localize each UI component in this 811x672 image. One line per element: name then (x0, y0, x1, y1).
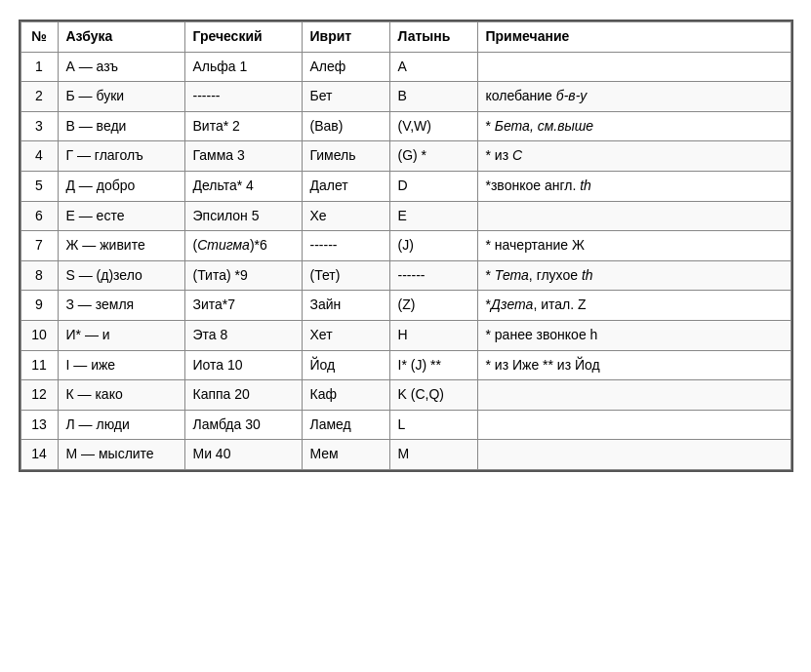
table-row: 12К — какоКаппа 20КафK (C,Q) (20, 380, 791, 411)
cell-azbuka: З — земля (58, 291, 184, 321)
cell-latin: H (389, 320, 477, 350)
cell-note (477, 52, 791, 82)
cell-note (477, 201, 791, 231)
cell-azbuka: Б — буки (58, 82, 184, 112)
cell-latin: L (389, 410, 477, 440)
cell-greek: Альфа 1 (184, 52, 302, 82)
cell-note (477, 410, 791, 440)
col-header-num: № (20, 22, 58, 53)
cell-num: 6 (20, 201, 58, 231)
cell-hebrew: Мем (302, 440, 389, 470)
cell-hebrew: Ламед (302, 410, 389, 440)
table-row: 6Е — естеЭпсилон 5ХеE (20, 201, 791, 231)
cell-azbuka: В — веди (58, 111, 184, 141)
col-header-latin: Латынь (389, 22, 477, 53)
cell-note: * из Иже ** из Йод (477, 350, 791, 380)
table-row: 4Г — глаголъГамма 3Гимель(G) ** из С (20, 141, 791, 172)
table-header-row: № Азбука Греческий Иврит Латынь Примечан… (20, 22, 791, 53)
cell-azbuka: М — мыслите (58, 440, 184, 470)
cell-greek: (Стигма)*6 (184, 231, 302, 261)
col-header-azbuka: Азбука (58, 22, 184, 53)
cell-latin: K (C,Q) (389, 380, 477, 411)
cell-num: 7 (20, 231, 58, 261)
cell-num: 8 (20, 260, 58, 291)
cell-latin: (J) (389, 231, 477, 261)
cell-greek: ------ (184, 82, 302, 112)
cell-hebrew: (Тет) (302, 260, 389, 291)
cell-azbuka: Л — люди (58, 410, 184, 440)
cell-greek: Дельта* 4 (184, 171, 302, 201)
cell-num: 11 (20, 350, 58, 380)
cell-hebrew: ------ (302, 231, 389, 261)
table-row: 8S — (д)зело(Тита) *9(Тет)------* Тета, … (20, 260, 791, 291)
cell-num: 4 (20, 141, 58, 172)
cell-num: 2 (20, 82, 58, 112)
cell-azbuka: I — иже (58, 350, 184, 380)
cell-latin: E (389, 201, 477, 231)
cell-latin: A (389, 52, 477, 82)
cell-latin: I* (J) ** (389, 350, 477, 380)
cell-hebrew: Каф (302, 380, 389, 411)
cell-greek: Зита*7 (184, 291, 302, 321)
table-row: 11I — ижеИота 10ЙодI* (J) *** из Иже ** … (20, 350, 791, 380)
cell-azbuka: Е — есте (58, 201, 184, 231)
col-header-greek: Греческий (184, 22, 302, 53)
alphabet-table-container: № Азбука Греческий Иврит Латынь Примечан… (19, 20, 793, 472)
cell-greek: Каппа 20 (184, 380, 302, 411)
cell-greek: Ми 40 (184, 440, 302, 470)
table-row: 14М — мыслитеМи 40МемM (20, 440, 791, 470)
cell-note: колебание б-в-у (477, 82, 791, 112)
cell-note (477, 380, 791, 411)
cell-num: 12 (20, 380, 58, 411)
cell-num: 5 (20, 171, 58, 201)
col-header-note: Примечание (477, 22, 791, 53)
cell-note: * ранее звонкое h (477, 320, 791, 350)
cell-num: 1 (20, 52, 58, 82)
cell-hebrew: Зайн (302, 291, 389, 321)
cell-hebrew: Гимель (302, 141, 389, 172)
cell-hebrew: Хе (302, 201, 389, 231)
cell-azbuka: К — како (58, 380, 184, 411)
table-row: 5Д — доброДельта* 4ДалетD*звонкое англ. … (20, 171, 791, 201)
cell-hebrew: Бет (302, 82, 389, 112)
cell-note (477, 440, 791, 470)
cell-latin: ------ (389, 260, 477, 291)
table-row: 9З — земляЗита*7Зайн(Z)*Дзета, итал. Z (20, 291, 791, 321)
cell-azbuka: Д — добро (58, 171, 184, 201)
cell-note: * Бета, см.выше (477, 111, 791, 141)
cell-num: 10 (20, 320, 58, 350)
cell-latin: (Z) (389, 291, 477, 321)
table-row: 3В — ведиВита* 2(Вав)(V,W)* Бета, см.выш… (20, 111, 791, 141)
cell-hebrew: (Вав) (302, 111, 389, 141)
table-row: 13Л — людиЛамбда 30ЛамедL (20, 410, 791, 440)
cell-azbuka: Г — глаголъ (58, 141, 184, 172)
cell-note: * начертание Ж (477, 231, 791, 261)
cell-latin: B (389, 82, 477, 112)
cell-note: *Дзета, итал. Z (477, 291, 791, 321)
cell-greek: Эпсилон 5 (184, 201, 302, 231)
cell-hebrew: Хет (302, 320, 389, 350)
cell-azbuka: S — (д)зело (58, 260, 184, 291)
col-header-hebrew: Иврит (302, 22, 389, 53)
cell-latin: (G) * (389, 141, 477, 172)
cell-hebrew: Алеф (302, 52, 389, 82)
cell-greek: Вита* 2 (184, 111, 302, 141)
cell-greek: Эта 8 (184, 320, 302, 350)
cell-greek: (Тита) *9 (184, 260, 302, 291)
table-row: 10И* — иЭта 8ХетH* ранее звонкое h (20, 320, 791, 350)
cell-hebrew: Далет (302, 171, 389, 201)
table-row: 1А — азъАльфа 1АлефA (20, 52, 791, 82)
cell-num: 9 (20, 291, 58, 321)
cell-azbuka: А — азъ (58, 52, 184, 82)
cell-note: * из С (477, 141, 791, 172)
cell-num: 3 (20, 111, 58, 141)
cell-azbuka: И* — и (58, 320, 184, 350)
cell-num: 13 (20, 410, 58, 440)
cell-greek: Ламбда 30 (184, 410, 302, 440)
cell-latin: D (389, 171, 477, 201)
cell-latin: (V,W) (389, 111, 477, 141)
cell-note: * Тета, глухое th (477, 260, 791, 291)
cell-greek: Гамма 3 (184, 141, 302, 172)
cell-hebrew: Йод (302, 350, 389, 380)
cell-azbuka: Ж — живите (58, 231, 184, 261)
